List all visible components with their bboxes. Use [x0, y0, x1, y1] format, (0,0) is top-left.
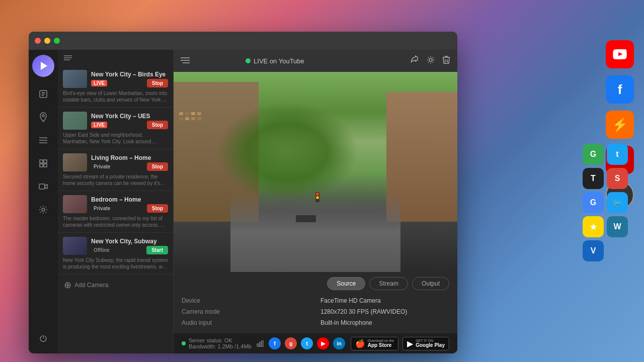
desktop-icon-youtube[interactable] [606, 40, 634, 68]
audio-input-value: Built-in Microphone [320, 319, 449, 326]
svg-point-15 [42, 208, 45, 211]
video-background [174, 72, 457, 272]
svg-rect-9 [40, 160, 43, 163]
desktop-icon-g2[interactable]: G [583, 192, 604, 213]
camera-item-3[interactable]: Living Room – Home Private Stop Secured … [58, 149, 173, 191]
add-camera-label: Add Camera [74, 282, 108, 289]
sidebar-icon-location[interactable] [33, 107, 53, 127]
googleplay-text: GET IT ON Google Play [416, 339, 445, 348]
desktop-icon-star[interactable]: ★ [583, 216, 604, 237]
audio-input-label: Audio input [182, 319, 310, 326]
title-bar [29, 32, 457, 50]
store-badges: 🍎 Download on the App Store ▶ GET IT ON … [351, 337, 449, 350]
camera-thumb-4 [63, 195, 87, 213]
desktop-icon-facebook[interactable]: f [606, 75, 634, 104]
camera-desc-3: Secured stream of a private residence, t… [63, 173, 168, 187]
add-camera-button[interactable]: ⊕ Add Camera [58, 275, 173, 296]
server-status-text: Server status: OK [189, 337, 252, 343]
camera-info-5: New York City, Subway Offline Start [91, 238, 168, 254]
stop-button-3[interactable]: Stop [147, 162, 168, 171]
main-content: LIVE on YouTube [174, 50, 457, 353]
status-badge-5: Offline [91, 247, 112, 253]
share-button[interactable] [410, 55, 419, 67]
appstore-text: Download on the App Store [368, 339, 394, 348]
apple-icon: 🍎 [355, 339, 365, 348]
menu-icon-button[interactable] [181, 56, 190, 66]
bandwidth-text: Bandwidth: 1.2Mb /1.4Mb [189, 343, 252, 349]
svg-rect-11 [40, 164, 43, 167]
controls-area: Source Stream Output Device FaceTime HD … [174, 272, 457, 333]
stop-button-2[interactable]: Stop [147, 121, 168, 129]
status-badge-3: Private [91, 163, 113, 170]
svg-rect-26 [259, 342, 261, 346]
camera-desc-1: Bird's-eye view of Lower Manhattan, zoom… [63, 90, 168, 103]
footer-social-twitter[interactable]: t [301, 337, 313, 349]
bandwidth-icon [257, 340, 264, 347]
sidebar-icon-video[interactable] [33, 176, 53, 197]
desktop-icon-s[interactable]: S [607, 168, 628, 189]
camera-mode-value: 644x362 30 FPS (RAWVIDEO) [320, 308, 449, 315]
server-status-wrap: Server status: OK Bandwidth: 1.2Mb /1.4M… [189, 337, 252, 349]
sidebar-icon-book[interactable] [33, 84, 53, 104]
svg-marker-0 [41, 62, 47, 70]
svg-rect-13 [39, 184, 45, 189]
camera-item-4[interactable]: Bedroom – Home Private Stop The master b… [58, 191, 173, 233]
camera-list: New York City – Birds Eye LIVE Stop Bird… [58, 50, 174, 353]
desktop-icon-tw2[interactable]: 🐦 [607, 192, 628, 213]
sidebar-icon-power[interactable] [33, 328, 53, 348]
start-button-5[interactable]: Start [146, 246, 168, 254]
footer-social-facebook[interactable]: f [269, 337, 281, 349]
camera-info-4: Bedroom – Home Private Stop [91, 196, 168, 213]
appstore-sub: Download on the [368, 339, 394, 342]
camera-name-5: New York City, Subway [91, 238, 168, 245]
camera-info-1: New York City – Birds Eye LIVE Stop [91, 71, 168, 87]
sidebar-icon-settings[interactable] [33, 200, 53, 220]
desktop-icon-wp[interactable]: W [607, 216, 628, 237]
traffic-lights [35, 38, 60, 44]
desktop-icon-v[interactable]: V [583, 240, 604, 261]
googleplay-badge[interactable]: ▶ GET IT ON Google Play [403, 337, 449, 350]
tab-row: Source Stream Output [182, 277, 449, 290]
sidebar-icon-list[interactable] [33, 130, 53, 150]
tab-stream[interactable]: Stream [369, 277, 408, 290]
camera-list-header [58, 50, 173, 66]
video-preview [174, 72, 457, 272]
camera-item-1[interactable]: New York City – Birds Eye LIVE Stop Bird… [58, 66, 173, 108]
desktop-icon-thunder[interactable]: ⚡ [606, 111, 634, 139]
minimize-button[interactable] [44, 38, 50, 44]
app-window: New York City – Birds Eye LIVE Stop Bird… [29, 32, 457, 353]
delete-button[interactable] [442, 55, 450, 67]
stop-button-4[interactable]: Stop [147, 204, 168, 213]
svg-point-5 [42, 115, 44, 117]
top-bar-actions [410, 55, 450, 67]
camera-thumb-5 [63, 237, 87, 255]
sidebar [29, 50, 58, 353]
desktop-icon-text[interactable]: T [583, 168, 604, 189]
stop-button-1[interactable]: Stop [147, 79, 168, 87]
svg-rect-12 [44, 164, 47, 167]
desktop-icon-g[interactable]: G [583, 144, 604, 165]
device-value: FaceTime HD Camera [320, 297, 449, 304]
maximize-button[interactable] [54, 38, 60, 44]
live-dot [246, 58, 251, 63]
footer-social-youtube[interactable]: ▶ [317, 337, 329, 349]
footer-social-google[interactable]: g [285, 337, 297, 349]
sidebar-icon-grid[interactable] [33, 153, 53, 173]
camera-name-3: Living Room – Home [91, 154, 168, 161]
appstore-badge[interactable]: 🍎 Download on the App Store [351, 337, 399, 350]
footer-social-linkedin[interactable]: in [333, 337, 345, 349]
camera-desc-5: New York City Subway, the rapid transit … [63, 257, 168, 270]
settings-button[interactable] [426, 55, 435, 67]
camera-item-5[interactable]: New York City, Subway Offline Start New … [58, 233, 173, 275]
sidebar-logo[interactable] [32, 55, 54, 77]
status-badge-4: Private [91, 205, 113, 212]
tab-source[interactable]: Source [327, 277, 365, 290]
tab-output[interactable]: Output [412, 277, 449, 290]
desktop-icon-tw[interactable]: t [607, 144, 628, 165]
close-button[interactable] [35, 38, 41, 44]
road [230, 192, 400, 272]
googleplay-label: Google Play [416, 342, 445, 348]
device-label: Device [182, 297, 310, 304]
camera-item-2[interactable]: New York City – UES LIVE Stop Upper East… [58, 108, 173, 149]
camera-mode-label: Camera mode [182, 308, 310, 315]
